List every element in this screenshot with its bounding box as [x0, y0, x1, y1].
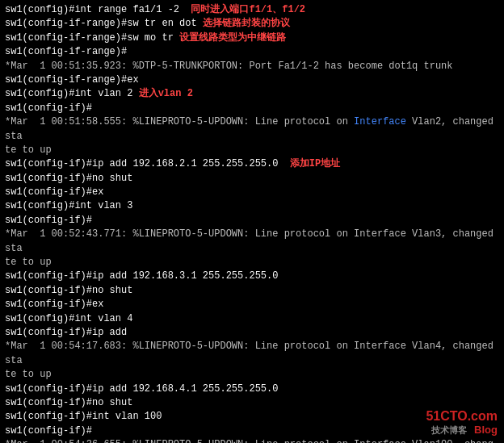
watermark: 51CTO.com技术博客 Blog: [426, 409, 498, 437]
terminal-line: sw1(config-if)#ex: [5, 186, 499, 199]
terminal-line: sw1(config-if)#ip add: [5, 326, 499, 340]
terminal-line: sw1(config-if)#ip add 192.168.2.1 255.25…: [5, 157, 499, 171]
terminal-line: *Mar 1 00:51:35.923: %DTP-5-TRUNKPORTON:…: [5, 60, 499, 73]
terminal-window: sw1(config)#int range fa1/1 -2 同时进入端口f1/…: [0, 0, 504, 443]
terminal-line: sw1(config-if-range)#ex: [5, 73, 499, 87]
terminal-line: sw1(config-if-range)#sw tr en dot 选择链路封装…: [5, 17, 499, 31]
terminal-line: sw1(config-if-range)#sw mo tr 设置线路类型为中继链…: [5, 31, 499, 45]
terminal-line: sw1(config)#int vlan 3: [5, 199, 499, 213]
terminal-line: sw1(config-if)#ip add 192.168.3.1 255.25…: [5, 270, 499, 283]
watermark-sub: 技术博客 Blog: [426, 424, 498, 437]
terminal-line: sw1(config-if)#no shut: [5, 396, 499, 410]
terminal-line: sw1(config-if)#ex: [5, 298, 499, 311]
terminal-line: sw1(config)#int vlan 2 进入vlan 2: [5, 87, 499, 101]
terminal-line: sw1(config-if)#: [5, 102, 499, 115]
terminal-line: *Mar 1 00:54:36.655: %LINEPROTO-5-UPDOWN…: [5, 438, 499, 443]
terminal-line: *Mar 1 00:51:58.555: %LINEPROTO-5-UPDOWN…: [5, 115, 499, 144]
terminal-line: te to up: [5, 144, 499, 157]
terminal-line: sw1(config-if)#ip add 192.168.4.1 255.25…: [5, 382, 499, 396]
terminal-line: sw1(config-if)#no shut: [5, 284, 499, 298]
watermark-blog: Blog: [474, 424, 498, 436]
terminal-line: te to up: [5, 256, 499, 270]
terminal-line: sw1(config-if-range)#: [5, 45, 499, 59]
terminal-line: sw1(config)#int range fa1/1 -2 同时进入端口f1/…: [5, 3, 499, 17]
terminal-line: sw1(config-if)#no shut: [5, 172, 499, 186]
terminal-line: sw1(config-if)#: [5, 424, 499, 438]
watermark-site: 51CTO.com: [426, 409, 498, 424]
terminal-line: sw1(config-if)#: [5, 214, 499, 228]
terminal-line: sw1(config)#int vlan 4: [5, 312, 499, 326]
terminal-line: sw1(config-if)#int vlan 100: [5, 410, 499, 424]
terminal-line: te to up: [5, 368, 499, 382]
terminal-line: *Mar 1 00:52:43.771: %LINEPROTO-5-UPDOWN…: [5, 228, 499, 256]
terminal-line: *Mar 1 00:54:17.683: %LINEPROTO-5-UPDOWN…: [5, 340, 499, 368]
